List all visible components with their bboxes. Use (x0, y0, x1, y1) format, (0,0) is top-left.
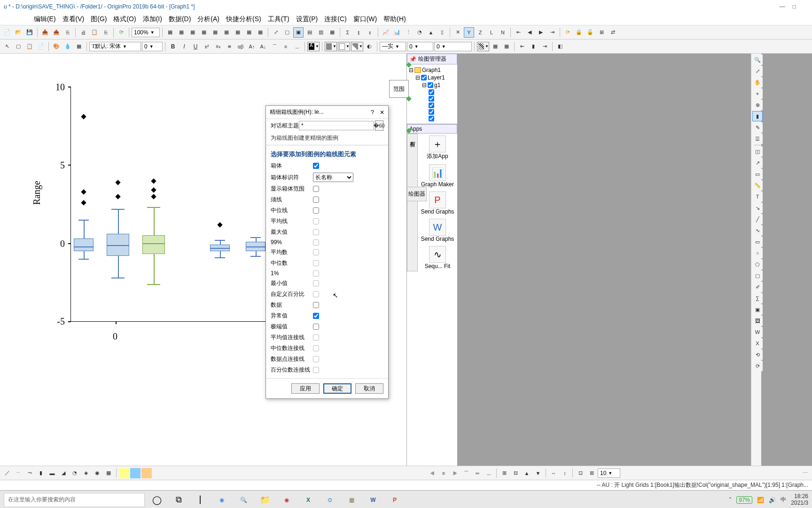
zoom-combo[interactable]: 100%▼ (132, 28, 160, 37)
fill-color-btn[interactable]: ▼ (325, 42, 337, 51)
annotation-icon[interactable]: ✎ (752, 122, 763, 133)
bold-icon[interactable]: B (168, 41, 178, 52)
menu-gadgets[interactable]: 快捷分析(S) (223, 14, 264, 24)
region-tool-icon[interactable]: ▢ (752, 270, 763, 281)
arrow-tool-icon[interactable]: ↘ (752, 203, 763, 213)
next-icon[interactable]: ▶ (536, 27, 546, 38)
search-input[interactable]: 在这里输入你要搜索的内容 (4, 493, 145, 507)
pie-plot-icon[interactable]: ◔ (414, 27, 425, 38)
new-notes-icon[interactable]: ▦ (221, 27, 232, 38)
draw-data-icon[interactable]: ↗ (752, 158, 763, 168)
insert-word-icon[interactable]: W (752, 327, 763, 337)
col-template-icon[interactable]: ▮ (36, 468, 46, 478)
lock2-icon[interactable]: 🔓 (585, 27, 595, 38)
freehand-icon[interactable]: ✐ (752, 282, 763, 292)
ungroup-icon[interactable]: ⊟ (510, 468, 521, 478)
theme-menu-icon[interactable]: �60 (375, 120, 383, 131)
open-icon[interactable]: 📂 (13, 27, 23, 38)
new-layout-icon[interactable]: ▦ (210, 27, 220, 38)
insert-excel-icon[interactable]: X (752, 338, 763, 349)
font-color-btn[interactable]: A▼ (307, 42, 320, 51)
snap-icon[interactable]: ⊡ (575, 468, 586, 478)
smaller-icon[interactable]: A↓ (258, 41, 268, 52)
z-icon[interactable]: Z (475, 27, 485, 38)
scale-in-icon[interactable]: ⤢ (752, 66, 763, 76)
pattern-btn[interactable]: ▼ (477, 42, 489, 51)
palette-icon[interactable]: ▦ (74, 41, 84, 52)
taskview-icon[interactable]: ⧉ (169, 492, 188, 508)
recalc-icon[interactable]: ⟳ (562, 27, 573, 38)
menu-window[interactable]: 窗口(W) (351, 14, 380, 24)
new-graph-icon[interactable]: ▦ (187, 27, 198, 38)
tray-date[interactable]: 2021/3 (791, 500, 808, 506)
transparency-icon[interactable]: ◐ (364, 41, 375, 52)
legend-icon[interactable]: ▦ (327, 27, 337, 38)
rotate-icon[interactable]: ⟲ (752, 349, 763, 360)
tray-up-icon[interactable]: ˄ (729, 497, 732, 503)
save-icon[interactable]: 💾 (24, 27, 35, 38)
toolbar-menu-icon[interactable]: ⋯ (800, 468, 810, 478)
gradient-icon[interactable]: ▦ (490, 41, 500, 52)
batch-icon[interactable]: ⎘ (62, 27, 73, 38)
color-swatch3-icon[interactable] (141, 468, 152, 478)
align-bot-icon[interactable]: ⎵ (292, 41, 302, 52)
table-icon[interactable]: ▦ (501, 41, 512, 52)
chrome-icon[interactable]: ◉ (212, 492, 231, 508)
edge-icon[interactable]: ⊙ (320, 492, 339, 508)
skip-left-icon[interactable]: ⇤ (517, 41, 527, 52)
align-mid2-icon[interactable]: ═ (472, 468, 483, 478)
strike-icon[interactable]: x̶ (224, 41, 234, 52)
scatter-template-icon[interactable]: ⋅⋅ (13, 468, 23, 478)
search-task-icon[interactable]: 🔍 (234, 492, 253, 508)
menu-connectivity[interactable]: 连接(C) (321, 14, 349, 24)
circle-tool-icon[interactable]: ○ (752, 248, 763, 258)
dlg-checkbox[interactable] (313, 302, 319, 308)
rect-tool-icon[interactable]: ▭ (752, 237, 763, 247)
menu-analysis[interactable]: 分析(A) (195, 14, 222, 24)
cortana-icon[interactable]: ◯ (148, 492, 166, 508)
stats-icon[interactable]: Σ (343, 27, 353, 38)
apply-button[interactable]: 应用 (291, 383, 320, 394)
dlg-checkbox[interactable] (313, 324, 319, 330)
align-mid-icon[interactable]: ≡ (281, 41, 291, 52)
add-plot-icon[interactable]: ▥ (316, 27, 326, 38)
menu-insert[interactable]: 添加(I) (140, 14, 165, 24)
word-task-icon[interactable]: W (364, 492, 383, 508)
cancel-button[interactable]: 取消 (355, 383, 383, 394)
group-icon[interactable]: ⊞ (499, 468, 509, 478)
align-bot2-icon[interactable]: ⎵ (484, 468, 494, 478)
new-excel-icon[interactable]: ▦ (176, 27, 187, 38)
insert-obj-icon[interactable]: ▣ (752, 304, 763, 315)
merge-icon[interactable]: ▤ (304, 27, 315, 38)
menu-graph[interactable]: 图(G) (88, 14, 109, 24)
front-icon[interactable]: ▲ (522, 468, 532, 478)
theme-input[interactable] (299, 121, 374, 130)
maximize-icon[interactable]: □ (793, 3, 796, 10)
data-highlighter-icon[interactable]: ☰ (752, 134, 763, 144)
digitize-icon[interactable]: ⊞ (596, 27, 607, 38)
skip-btn-icon[interactable]: ▮ (528, 41, 539, 52)
apps-tab-all[interactable]: 所有 (407, 134, 418, 271)
line-plot-icon[interactable]: 📈 (381, 27, 391, 38)
curve-tool-icon[interactable]: ∿ (752, 225, 763, 236)
area-template-icon[interactable]: ◢ (58, 468, 69, 478)
ptr-icon[interactable]: ↖ (2, 41, 12, 52)
minimize-icon[interactable]: — (780, 3, 785, 10)
panning-icon[interactable]: ✋ (752, 77, 763, 87)
netease-icon[interactable]: ◉ (277, 492, 296, 508)
ime-icon[interactable]: 中 (781, 496, 786, 504)
data-reader-icon[interactable]: ⊕ (752, 100, 763, 110)
mask-icon[interactable]: ◫ (752, 146, 763, 157)
prev-icon[interactable]: ◀ (524, 27, 535, 38)
explorer-icon[interactable]: 📁 (256, 492, 274, 508)
text-tool-icon[interactable]: T (752, 191, 763, 202)
app-sequ-fit[interactable]: ∿Sequ... Fit (420, 246, 455, 270)
new-color-icon[interactable]: 🎨 (51, 41, 62, 52)
menu-data[interactable]: 数据(D) (166, 14, 194, 24)
area-plot-icon[interactable]: ▲ (426, 27, 436, 38)
bar-template-icon[interactable]: ▬ (47, 468, 57, 478)
reader-icon[interactable]: + (752, 88, 763, 99)
export-icon[interactable]: 📤 (51, 27, 62, 38)
color-swatch2-icon[interactable] (130, 468, 141, 478)
layer-icon[interactable]: ▢ (13, 41, 23, 52)
